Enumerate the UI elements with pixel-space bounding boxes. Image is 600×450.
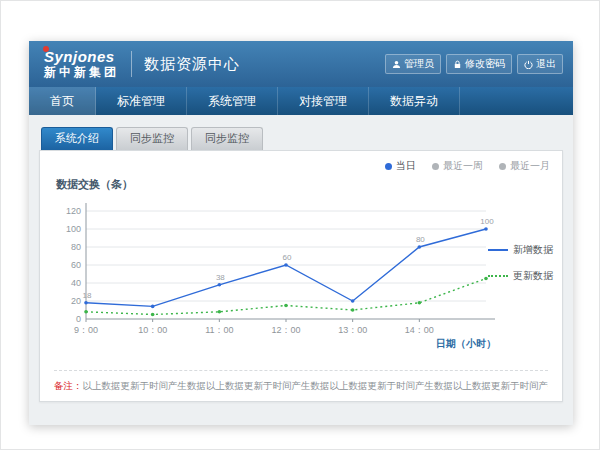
page-title: 数据资源中心 <box>144 55 240 74</box>
legend-item-update-data[interactable]: 更新数据 <box>488 269 556 283</box>
screenshot-frame: Synjones 新中新集团 数据资源中心 管理员 修改密码 退出 <box>0 0 600 450</box>
filter-last-month-dot-icon <box>499 163 506 170</box>
svg-text:60: 60 <box>283 253 292 262</box>
svg-text:12：00: 12：00 <box>271 325 300 335</box>
tab-system-intro[interactable]: 系统介绍 <box>41 127 113 150</box>
svg-text:9：00: 9：00 <box>74 325 98 335</box>
tab-sync-monitor-2[interactable]: 同步监控 <box>191 127 263 150</box>
svg-text:40: 40 <box>71 278 81 288</box>
nav-item-system-mgmt[interactable]: 系统管理 <box>187 87 278 115</box>
filter-today-label: 当日 <box>396 159 416 173</box>
svg-text:38: 38 <box>216 273 225 282</box>
content-area: 系统介绍 同步监控 同步监控 当日 最近一周 最近一月 <box>29 115 573 402</box>
nav-item-data-change[interactable]: 数据异动 <box>369 87 460 115</box>
tab-sync-monitor-1[interactable]: 同步监控 <box>116 127 188 150</box>
series-legend: 新增数据 更新数据 <box>488 243 556 295</box>
legend-new-data-label: 新增数据 <box>513 243 553 257</box>
svg-text:60: 60 <box>71 260 81 270</box>
nav-item-standard-mgmt[interactable]: 标准管理 <box>96 87 187 115</box>
svg-text:100: 100 <box>480 217 494 226</box>
svg-text:13：00: 13：00 <box>338 325 367 335</box>
legend-filters: 当日 最近一周 最近一月 <box>385 159 550 173</box>
lock-icon <box>453 60 462 69</box>
legend-update-data-label: 更新数据 <box>513 269 553 283</box>
svg-text:日期（小时）: 日期（小时） <box>436 338 496 349</box>
user-icon <box>392 60 401 69</box>
solid-line-sample-icon <box>488 249 508 251</box>
change-password-button[interactable]: 修改密码 <box>446 54 512 74</box>
tab-bar: 系统介绍 同步监控 同步监控 <box>39 127 563 150</box>
filter-today[interactable]: 当日 <box>385 159 416 173</box>
filter-last-week[interactable]: 最近一周 <box>432 159 483 173</box>
filter-last-week-label: 最近一周 <box>443 159 483 173</box>
filter-last-week-dot-icon <box>432 163 439 170</box>
app-header: Synjones 新中新集团 数据资源中心 管理员 修改密码 退出 <box>29 41 573 87</box>
admin-button[interactable]: 管理员 <box>385 54 441 74</box>
footnote-prefix: 备注： <box>54 380 83 391</box>
svg-text:11：00: 11：00 <box>205 325 233 335</box>
svg-text:120: 120 <box>66 206 81 216</box>
svg-text:0: 0 <box>76 314 81 324</box>
svg-text:100: 100 <box>66 224 81 234</box>
footnote-text: 以上数据更新于时间产生数据以上数据更新于时间产生数据以上数据更新于时间产生数据以… <box>83 380 549 391</box>
legend-item-new-data[interactable]: 新增数据 <box>488 243 556 257</box>
logo-text: Synjones <box>44 48 115 65</box>
line-chart: 0204060801001209：0010：0011：0012：0013：001… <box>50 195 500 355</box>
svg-text:80: 80 <box>416 235 425 244</box>
header-divider <box>131 51 132 77</box>
filter-today-dot-icon <box>385 163 392 170</box>
filter-last-month-label: 最近一月 <box>510 159 550 173</box>
y-axis-title: 数据交换（条） <box>56 177 133 192</box>
svg-text:18: 18 <box>83 291 92 300</box>
svg-text:14：00: 14：00 <box>405 325 434 335</box>
footnote: 备注：以上数据更新于时间产生数据以上数据更新于时间产生数据以上数据更新于时间产生… <box>54 370 548 393</box>
filter-last-month[interactable]: 最近一月 <box>499 159 550 173</box>
logo-subtext: 新中新集团 <box>44 65 119 79</box>
logo-star-icon <box>43 46 49 52</box>
chart-card: 当日 最近一周 最近一月 数据交换（条） 0204060801001209：00… <box>39 150 563 402</box>
app-window: Synjones 新中新集团 数据资源中心 管理员 修改密码 退出 <box>29 41 573 425</box>
chart-area: 0204060801001209：0010：0011：0012：0013：001… <box>50 195 500 355</box>
change-password-button-label: 修改密码 <box>465 57 505 71</box>
nav-item-connect-mgmt[interactable]: 对接管理 <box>278 87 369 115</box>
header-actions: 管理员 修改密码 退出 <box>385 54 563 74</box>
svg-text:80: 80 <box>71 242 81 252</box>
dotted-line-sample-icon <box>488 275 508 277</box>
logout-icon <box>524 60 533 69</box>
logout-button-label: 退出 <box>536 57 556 71</box>
svg-text:20: 20 <box>71 296 81 306</box>
nav-item-home[interactable]: 首页 <box>29 87 96 115</box>
logout-button[interactable]: 退出 <box>517 54 563 74</box>
svg-text:10：00: 10：00 <box>138 325 167 335</box>
logo: Synjones 新中新集团 <box>39 49 119 79</box>
admin-button-label: 管理员 <box>404 57 434 71</box>
main-nav: 首页 标准管理 系统管理 对接管理 数据异动 <box>29 87 573 115</box>
